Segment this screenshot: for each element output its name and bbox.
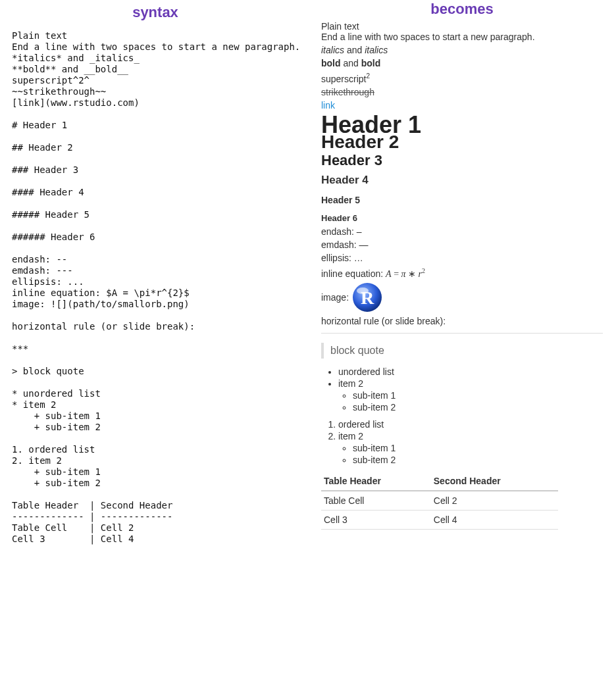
table-cell: Cell 3 xyxy=(321,511,431,530)
eq-star: ∗ xyxy=(406,268,419,278)
list-item: unordered list xyxy=(338,366,603,377)
header-6: Header 6 xyxy=(321,213,603,224)
horizontal-rule xyxy=(321,333,603,334)
hr-label: horizontal rule (or slide break): xyxy=(321,316,603,326)
list-item-label: item 2 xyxy=(338,378,363,389)
table-row: Cell 3 Cell 4 xyxy=(321,511,558,530)
header-5: Header 5 xyxy=(321,195,603,205)
and-text-2: and xyxy=(341,58,361,68)
list-item: item 2 sub-item 1 sub-item 2 xyxy=(338,431,603,465)
list-item: ordered list xyxy=(338,419,603,430)
list-item: sub-item 1 xyxy=(353,390,603,401)
list-item: sub-item 1 xyxy=(353,443,603,453)
eq-pi: π xyxy=(401,268,406,278)
and-text: and xyxy=(344,45,365,55)
syntax-column: syntax Plain text End a line with two sp… xyxy=(0,0,308,675)
superscript-value: 2 xyxy=(366,72,370,80)
link-sample[interactable]: link xyxy=(321,100,603,111)
strikethrough-line: strikethrough xyxy=(321,87,603,97)
plain-text-line-2: End a line with two spaces to start a ne… xyxy=(321,32,603,42)
image-line: image: R xyxy=(321,282,603,313)
nested-list: sub-item 1 sub-item 2 xyxy=(338,443,603,465)
syntax-title: syntax xyxy=(12,4,299,21)
eq-A: A xyxy=(386,268,392,278)
svg-text:R: R xyxy=(361,288,374,308)
markdown-cheatsheet: syntax Plain text End a line with two sp… xyxy=(0,0,616,675)
unordered-list: unordered list item 2 sub-item 1 sub-ite… xyxy=(321,366,603,413)
list-item: item 2 sub-item 1 sub-item 2 xyxy=(338,378,603,413)
superscript-label: superscript xyxy=(321,74,366,84)
inline-equation-line: inline equation: A = π ∗ r2 xyxy=(321,266,603,280)
header-4: Header 4 xyxy=(321,175,603,186)
endash-line: endash: – xyxy=(321,226,603,237)
ellipsis-line: ellipsis: … xyxy=(321,253,603,263)
bold-sample-1: bold xyxy=(321,58,341,68)
ellipsis-label: ellipsis: xyxy=(321,253,354,263)
nested-list: sub-item 1 sub-item 2 xyxy=(338,390,603,413)
syntax-code-block: Plain text End a line with two spaces to… xyxy=(12,30,299,545)
endash-label: endash: xyxy=(321,226,357,237)
header-1: Header 1 xyxy=(321,120,603,130)
image-label: image: xyxy=(321,292,349,303)
table-cell: Table Cell xyxy=(321,491,431,511)
table-cell: Cell 2 xyxy=(431,491,558,511)
table-row: Table Cell Cell 2 xyxy=(321,491,558,511)
list-item-label: item 2 xyxy=(338,431,363,441)
r-logo-icon: R xyxy=(351,282,383,313)
bold-sample-2: bold xyxy=(361,58,381,68)
table-header-cell: Table Header xyxy=(321,472,431,491)
emdash-line: emdash: — xyxy=(321,239,603,250)
rendered-title: becomes xyxy=(321,4,603,14)
italics-sample-1: italics xyxy=(321,45,344,55)
superscript-line: superscript2 xyxy=(321,71,603,84)
list-item: sub-item 2 xyxy=(353,455,603,465)
table-row: Table Header Second Header xyxy=(321,472,558,491)
table-cell: Cell 4 xyxy=(431,511,558,530)
italics-line: italics and italics xyxy=(321,45,603,55)
table-header-cell: Second Header xyxy=(431,472,558,491)
blockquote: block quote xyxy=(321,343,603,359)
list-item: sub-item 2 xyxy=(353,402,603,413)
bold-line: bold and bold xyxy=(321,58,603,68)
endash-value: – xyxy=(357,226,362,237)
inline-eq-label: inline equation: xyxy=(321,268,386,278)
rendered-table: Table Header Second Header Table Cell Ce… xyxy=(321,472,558,530)
plain-text-line-1: Plain text xyxy=(321,21,603,32)
emdash-label: emdash: xyxy=(321,239,359,250)
emdash-value: — xyxy=(359,239,369,250)
eq-exp: 2 xyxy=(422,267,425,274)
italics-sample-2: italics xyxy=(365,45,388,55)
eq-equals: = xyxy=(392,268,401,278)
header-3: Header 3 xyxy=(321,155,603,166)
rendered-column: becomes Plain text End a line with two s… xyxy=(308,0,616,675)
ordered-list: ordered list item 2 sub-item 1 sub-item … xyxy=(321,419,603,465)
header-2: Header 2 xyxy=(321,137,603,147)
ellipsis-value: … xyxy=(354,253,363,263)
